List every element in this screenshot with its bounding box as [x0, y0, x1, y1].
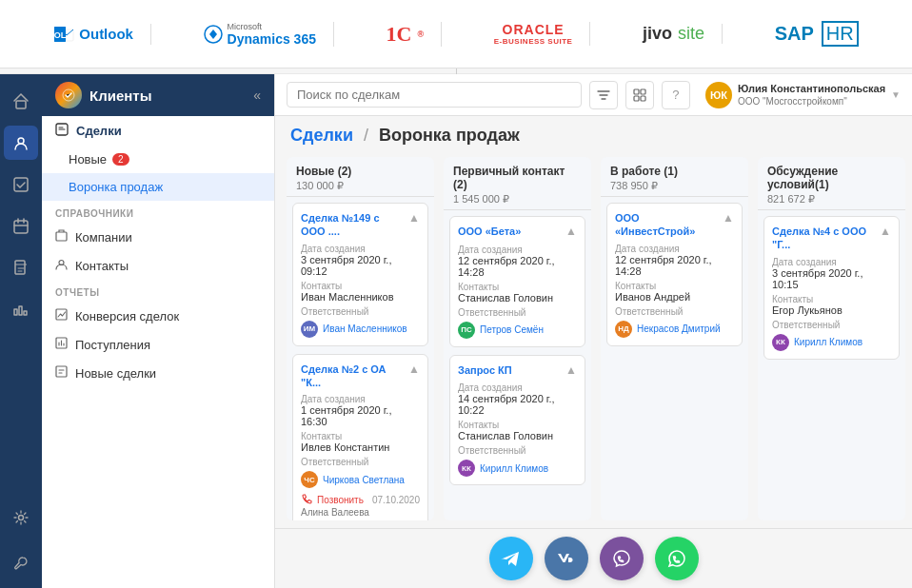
sidebar-item-deals[interactable]: Сделки [42, 116, 274, 146]
sidebar: Клиенты « Сделки Новые 2 Воронка продаж … [42, 74, 275, 588]
deal-card-deal149: Сделка №149 с ООО .... ▲ Дата создания 3… [292, 203, 428, 346]
settings-bottom-icon-btn[interactable] [4, 500, 38, 535]
date-value-invest: 12 сентября 2020 г., 14:28 [615, 254, 734, 277]
responsible-name-invest[interactable]: Некрасов Дмитрий [637, 323, 721, 334]
call-label-deal2[interactable]: Позвонить [317, 495, 364, 505]
col-header-primary: Первичный контакт (2) 1 545 000 ₽ [444, 157, 591, 210]
kanban-col-working: В работе (1) 738 950 ₽ ООО «ИнвестСтрой»… [601, 157, 748, 520]
oracle-logo[interactable]: ORACLE E-BUSINESS SUITE [477, 22, 591, 46]
calendar-icon-btn[interactable] [4, 209, 38, 244]
income-label: Поступления [75, 338, 150, 352]
svg-rect-7 [14, 178, 28, 191]
sidebar-item-funnel[interactable]: Воронка продаж [42, 173, 274, 201]
responsible-name-zapros[interactable]: Кирилл Климов [480, 463, 548, 474]
sidebar-collapse-btn[interactable]: « [253, 88, 261, 103]
settings-icon [13, 510, 29, 525]
clients-icon-btn[interactable] [4, 126, 38, 160]
contacts-nav-icon [55, 258, 68, 273]
sidebar-item-new-deals-report[interactable]: Новые сделки [42, 359, 274, 387]
reports-section-label: ОТЧЕТЫ [42, 280, 274, 302]
contacts-label-deal4: Контакты [772, 294, 891, 304]
content-area: ? ЮК Юлия Константинопольская ООО "Мосго… [275, 74, 912, 588]
outlook-icon: OL [53, 24, 74, 45]
vk-button[interactable] [545, 537, 588, 580]
deal-card-zapros: Запрос КП ▲ Дата создания 14 сентября 20… [449, 355, 585, 486]
col-header-discussion: Обсуждение условий(1) 821 672 ₽ [758, 157, 905, 210]
new-deals-label: Новые [69, 152, 107, 167]
sidebar-item-contacts[interactable]: Контакты [42, 251, 274, 280]
wrench-icon-btn[interactable] [4, 546, 38, 580]
home-icon-btn[interactable] [4, 84, 38, 118]
whatsapp-button[interactable] [655, 537, 699, 580]
kanban-col-primary: Первичный контакт (2) 1 545 000 ₽ ООО «Б… [444, 157, 591, 520]
responsible-name-deal2[interactable]: Чиркова Светлана [323, 475, 405, 485]
viber-button[interactable] [600, 537, 644, 580]
date-label-deal2: Дата создания [301, 394, 420, 404]
companies-nav-icon [55, 229, 68, 245]
col-amount-working: 738 950 ₽ [610, 180, 739, 192]
1c-logo[interactable]: 1С ® [369, 22, 443, 47]
avatar-deal149: ИМ [301, 321, 318, 338]
card-expand-invest[interactable]: ▲ [723, 211, 734, 226]
responsible-name-beta[interactable]: Петров Семён [480, 324, 544, 335]
responsible-row-invest: НД Некрасов Дмитрий [615, 321, 734, 338]
date-label-beta: Дата создания [458, 245, 577, 255]
contacts-value-invest: Иванов Андрей [615, 291, 734, 303]
filter-btn[interactable] [589, 81, 618, 109]
1c-reg: ® [417, 29, 424, 39]
breadcrumb-sep: / [364, 126, 368, 145]
jivosite-logo[interactable]: jivo site [625, 24, 723, 44]
date-label-deal149: Дата создания [301, 244, 420, 254]
sidebar-item-conversion[interactable]: Конверсия сделок [42, 302, 274, 330]
new-deals-report-icon [55, 365, 68, 381]
card-expand-zapros[interactable]: ▲ [565, 363, 577, 379]
main-layout: Клиенты « Сделки Новые 2 Воронка продаж … [0, 74, 912, 588]
telegram-button[interactable] [489, 537, 533, 580]
contacts-label-beta: Контакты [458, 282, 577, 292]
card-title-zapros[interactable]: Запрос КП ▲ [458, 363, 577, 379]
card-title-invest[interactable]: ООО «ИнвестСтрой» ▲ [615, 211, 734, 239]
card-expand-beta[interactable]: ▲ [565, 225, 577, 240]
card-title-deal2[interactable]: Сделка №2 с ОА "К... ▲ [301, 363, 420, 390]
docs-icon-btn[interactable] [4, 251, 38, 285]
saphr-logo[interactable]: SAP HR [758, 21, 876, 47]
tasks-icon-btn[interactable] [4, 167, 38, 202]
responsible-name-deal4[interactable]: Кирилл Климов [794, 337, 862, 347]
col-title-primary: Первичный контакт (2) [453, 165, 582, 191]
dynamics365-logo[interactable]: Microsoft Dynamics 365 [187, 22, 334, 47]
new-deals-badge: 2 [112, 153, 129, 166]
svg-rect-19 [641, 89, 645, 94]
responsible-name-deal149[interactable]: Иван Масленников [323, 323, 407, 334]
oracle-subtitle: E-BUSINESS SUITE [494, 37, 573, 46]
layout-btn[interactable] [625, 81, 654, 109]
svg-rect-5 [16, 101, 26, 108]
card-expand-deal4[interactable]: ▲ [880, 225, 891, 240]
sidebar-item-new-deals[interactable]: Новые 2 [42, 146, 274, 173]
wrench-icon [13, 556, 29, 571]
outlook-logo[interactable]: OL Outlook [36, 24, 151, 45]
card-expand-deal2[interactable]: ▲ [408, 363, 420, 378]
user-name: Юлия Константинопольская [738, 82, 885, 95]
contacts-value-zapros: Станислав Головин [458, 430, 577, 441]
kanban-col-discussion: Обсуждение условий(1) 821 672 ₽ Сделка №… [758, 157, 905, 520]
sidebar-item-companies[interactable]: Компании [42, 223, 274, 251]
user-avatar: ЮК [705, 82, 732, 108]
card-expand-deal149[interactable]: ▲ [408, 211, 420, 226]
sidebar-item-income[interactable]: Поступления [42, 330, 274, 359]
user-dropdown-icon[interactable]: ▼ [891, 89, 901, 100]
svg-rect-13 [56, 232, 67, 241]
deal-card-deal2: Сделка №2 с ОА "К... ▲ Дата создания 1 с… [292, 354, 428, 520]
deals-label: Сделки [76, 124, 122, 138]
date-value-beta: 12 сентября 2020 г., 14:28 [458, 255, 577, 278]
help-btn[interactable]: ? [662, 81, 690, 109]
kanban-board: Новые (2) 130 000 ₽ Сделка №149 с ООО ..… [275, 149, 912, 528]
crm-logo-icon [61, 88, 76, 103]
reports-icon-btn[interactable] [4, 293, 38, 327]
card-title-beta[interactable]: ООО «Бета» ▲ [458, 225, 577, 240]
jivosite-label: jivo [643, 24, 672, 44]
search-input[interactable] [287, 82, 582, 108]
card-title-deal149[interactable]: Сделка №149 с ООО .... ▲ [301, 211, 420, 239]
dynamics365-label: Dynamics 365 [228, 31, 316, 47]
breadcrumb-parent[interactable]: Сделки [290, 126, 353, 145]
card-title-deal4[interactable]: Сделка №4 с ООО "Г... ▲ [772, 225, 891, 252]
